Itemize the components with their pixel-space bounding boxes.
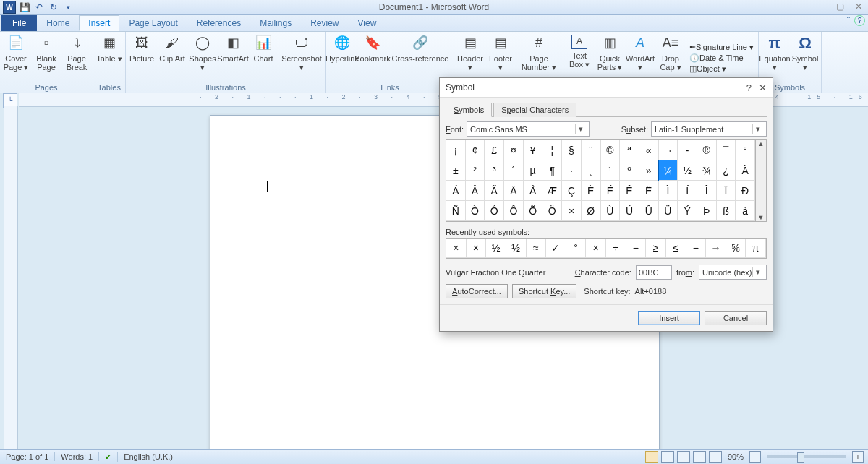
symbol-cell[interactable]: · xyxy=(562,160,582,181)
dialog-tab-special-characters[interactable]: Special Characters xyxy=(493,103,576,117)
header-button[interactable]: ▤Header ▾ xyxy=(456,33,485,83)
symbol-cell[interactable]: ¼ xyxy=(659,160,678,181)
symbol-cell[interactable]: ¾ xyxy=(697,160,717,181)
footer-button[interactable]: ▤Footer ▾ xyxy=(486,33,515,83)
symbol-cell[interactable]: ³ xyxy=(485,160,504,181)
recent-symbol-cell[interactable]: × xyxy=(586,239,606,258)
symbol-cell[interactable]: ¦ xyxy=(542,140,562,160)
page-number-button[interactable]: #Page Number ▾ xyxy=(516,33,561,83)
symbol-cell[interactable]: ª xyxy=(620,140,639,160)
recent-symbol-cell[interactable]: → xyxy=(706,239,726,258)
symbol-button[interactable]: ΩSymbol ▾ xyxy=(791,33,820,83)
recent-symbol-cell[interactable]: ≥ xyxy=(646,239,666,258)
recent-symbol-cell[interactable]: ✓ xyxy=(546,239,566,258)
symbol-cell[interactable]: º xyxy=(620,160,639,181)
symbol-cell[interactable]: Æ xyxy=(542,181,562,201)
symbol-cell[interactable]: ® xyxy=(697,140,717,160)
view-outline-button[interactable] xyxy=(693,451,706,463)
symbol-cell[interactable]: Ô xyxy=(504,201,524,221)
symbol-cell[interactable]: ¶ xyxy=(542,160,562,181)
picture-button[interactable]: 🖼Picture xyxy=(127,33,156,83)
recent-symbol-cell[interactable]: − xyxy=(686,239,707,258)
insert-button[interactable]: Insert xyxy=(638,311,700,325)
symbol-cell[interactable]: ¢ xyxy=(466,140,485,160)
symbol-cell[interactable]: - xyxy=(678,140,697,160)
symbol-cell[interactable]: Ï xyxy=(717,181,736,201)
recent-symbol-cell[interactable]: ½ xyxy=(506,239,527,258)
help-icon[interactable]: ? xyxy=(854,15,865,26)
tab-file[interactable]: File xyxy=(1,15,37,31)
symbol-cell[interactable]: à xyxy=(736,201,755,221)
maximize-button[interactable]: ▢ xyxy=(830,0,849,13)
symbol-cell[interactable]: Ã xyxy=(485,181,504,201)
signature-line-button[interactable]: ✒Signature Line ▾ xyxy=(689,43,754,52)
symbol-cell[interactable]: » xyxy=(639,160,659,181)
blank-page-button[interactable]: ▫Blank Page xyxy=(32,33,61,83)
recent-symbol-cell[interactable]: × xyxy=(467,239,487,258)
status-page[interactable]: Page: 1 of 1 xyxy=(0,452,55,461)
drop-cap-button[interactable]: A≡Drop Cap ▾ xyxy=(656,33,685,83)
symbol-cell[interactable]: Á xyxy=(446,181,466,201)
zoom-slider[interactable] xyxy=(767,455,846,458)
recent-symbol-cell[interactable]: ÷ xyxy=(606,239,626,258)
shortcut-key-button[interactable]: Shortcut Key... xyxy=(512,284,576,298)
recent-symbol-cell[interactable]: ≤ xyxy=(666,239,686,258)
symbol-cell[interactable]: È xyxy=(582,181,601,201)
symbol-cell[interactable]: Ú xyxy=(620,201,639,221)
symbol-cell[interactable]: ² xyxy=(466,160,485,181)
recent-symbol-cell[interactable]: − xyxy=(626,239,647,258)
recent-symbols-grid[interactable]: ××½½≈✓°×÷−≥≤−→⅝π xyxy=(446,238,767,259)
tab-review[interactable]: Review xyxy=(301,15,348,31)
symbol-cell[interactable]: ¬ xyxy=(659,140,678,160)
symbol-cell[interactable]: Ð xyxy=(736,181,755,201)
recent-symbol-cell[interactable]: ° xyxy=(566,239,587,258)
symbol-cell[interactable]: µ xyxy=(524,160,543,181)
autocorrect-button[interactable]: AutoCorrect... xyxy=(446,284,508,298)
status-proofing[interactable]: ✔ xyxy=(99,452,118,462)
zoom-in-button[interactable]: + xyxy=(852,451,864,463)
clipart-button[interactable]: 🖌Clip Art xyxy=(158,33,187,83)
scroll-up-icon[interactable]: ▲ xyxy=(758,140,765,147)
symbol-cell[interactable]: Ñ xyxy=(446,201,466,221)
symbol-cell[interactable]: Ü xyxy=(659,201,678,221)
symbol-cell[interactable]: ¥ xyxy=(524,140,543,160)
dialog-close-button[interactable]: ✕ xyxy=(759,82,767,93)
tab-view[interactable]: View xyxy=(349,15,386,31)
cover-page-button[interactable]: 📄Cover Page ▾ xyxy=(1,33,30,83)
symbol-cell[interactable]: ¿ xyxy=(717,160,736,181)
font-select[interactable]: Comic Sans MS ▾ xyxy=(467,121,590,137)
recent-symbol-cell[interactable]: ½ xyxy=(486,239,506,258)
symbol-cell[interactable]: Ý xyxy=(678,201,697,221)
symbol-cell[interactable]: Ç xyxy=(562,181,582,201)
symbol-cell[interactable]: © xyxy=(601,140,621,160)
wordart-button[interactable]: AWordArt ▾ xyxy=(626,33,655,83)
symbol-cell[interactable]: Ê xyxy=(620,181,639,201)
symbol-cell[interactable]: Å xyxy=(524,181,543,201)
tab-selector[interactable]: └ xyxy=(3,93,17,108)
symbol-cell[interactable]: À xyxy=(736,160,755,181)
hyperlink-button[interactable]: 🌐Hyperlink xyxy=(328,33,357,83)
symbol-cell[interactable]: ¸ xyxy=(582,160,601,181)
symbol-cell[interactable]: ¹ xyxy=(601,160,621,181)
symbol-cell[interactable]: £ xyxy=(485,140,504,160)
zoom-slider-thumb[interactable] xyxy=(797,452,804,463)
symbol-cell[interactable]: Ì xyxy=(659,181,678,201)
object-button[interactable]: ◫Object ▾ xyxy=(689,64,754,74)
close-button[interactable]: ✕ xyxy=(849,0,868,13)
date-time-button[interactable]: 🕔Date & Time xyxy=(689,53,754,63)
symbol-cell[interactable]: É xyxy=(601,181,621,201)
page-break-button[interactable]: ⤵Page Break xyxy=(62,33,91,83)
zoom-percent[interactable]: 90% xyxy=(728,452,744,461)
chart-button[interactable]: 📊Chart xyxy=(249,33,278,83)
minimize-ribbon-icon[interactable]: ˆ xyxy=(847,16,850,26)
symbol-cell[interactable]: ° xyxy=(736,140,755,160)
symbol-cell[interactable]: Û xyxy=(639,201,659,221)
symbol-cell[interactable]: × xyxy=(562,201,582,221)
subset-select[interactable]: Latin-1 Supplement ▾ xyxy=(651,121,767,137)
symbol-cell[interactable]: ¤ xyxy=(504,140,524,160)
symbol-cell[interactable]: Ö xyxy=(542,201,562,221)
dialog-tab-symbols[interactable]: Symbols xyxy=(446,103,492,117)
tab-page-layout[interactable]: Page Layout xyxy=(119,15,187,31)
quick-parts-button[interactable]: ▥Quick Parts ▾ xyxy=(595,33,624,83)
symbol-cell[interactable]: ½ xyxy=(678,160,697,181)
